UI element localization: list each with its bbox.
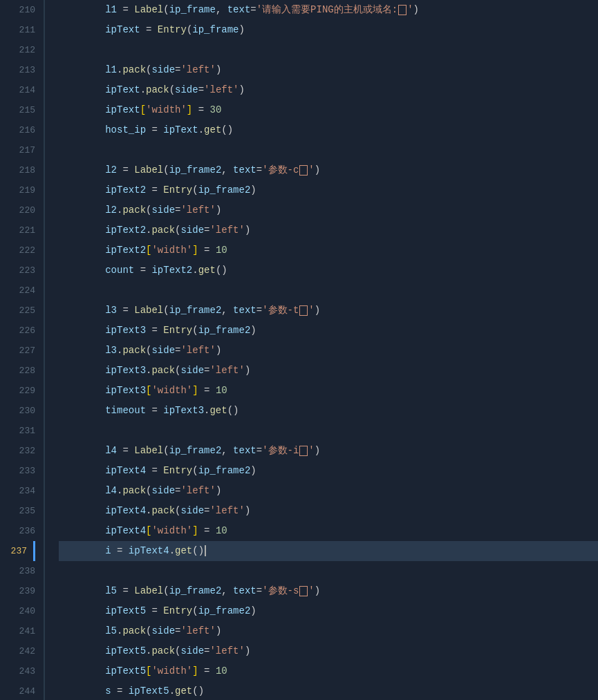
watermark: CSDN @码上有前 — [519, 694, 588, 700]
ln-210: 210 — [0, 0, 35, 20]
ln-230: 230 — [0, 401, 35, 421]
ln-228: 228 — [0, 361, 35, 381]
ln-225: 225 — [0, 301, 35, 321]
ln-238: 238 — [0, 561, 35, 581]
code-line-239: l5 = Label(ip_frame2, text='参数-s') — [59, 581, 598, 601]
ln-226: 226 — [0, 321, 35, 341]
ln-215: 215 — [0, 100, 35, 120]
ln-214: 214 — [0, 80, 35, 100]
code-line-217 — [59, 140, 598, 160]
code-line-213: l1.pack(side='left') — [59, 60, 598, 80]
ln-223: 223 — [0, 261, 35, 281]
code-line-237: i = ipText4.get() — [59, 541, 598, 561]
code-line-235: ipText4.pack(side='left') — [59, 501, 598, 521]
ln-212: 212 — [0, 40, 35, 60]
code-line-241: l5.pack(side='left') — [59, 621, 598, 641]
ln-227: 227 — [0, 341, 35, 361]
ln-211: 211 — [0, 20, 35, 40]
ln-240: 240 — [0, 601, 35, 621]
ln-235: 235 — [0, 501, 35, 521]
ln-217: 217 — [0, 140, 35, 160]
code-line-220: l2.pack(side='left') — [59, 200, 598, 220]
code-line-243: ipText5['width'] = 10 — [59, 661, 598, 681]
ln-229: 229 — [0, 381, 35, 401]
ln-237: 237 — [0, 541, 35, 561]
code-line-230: timeout = ipText3.get() — [59, 401, 598, 421]
code-line-236: ipText4['width'] = 10 — [59, 521, 598, 541]
code-line-216: host_ip = ipText.get() — [59, 120, 598, 140]
code-line-225: l3 = Label(ip_frame2, text='参数-t') — [59, 301, 598, 321]
ln-231: 231 — [0, 421, 35, 441]
code-line-219: ipText2 = Entry(ip_frame2) — [59, 180, 598, 200]
ln-219: 219 — [0, 180, 35, 200]
code-line-238 — [59, 561, 598, 581]
ln-221: 221 — [0, 220, 35, 240]
code-line-223: count = ipText2.get() — [59, 261, 598, 281]
code-line-229: ipText3['width'] = 10 — [59, 381, 598, 401]
ln-233: 233 — [0, 461, 35, 481]
ln-239: 239 — [0, 581, 35, 601]
code-line-210: l1 = Label(ip_frame, text='请输入需要PING的主机或… — [59, 0, 598, 20]
ln-218: 218 — [0, 160, 35, 180]
code-line-234: l4.pack(side='left') — [59, 481, 598, 501]
code-line-233: ipText4 = Entry(ip_frame2) — [59, 461, 598, 481]
code-line-227: l3.pack(side='left') — [59, 341, 598, 361]
code-line-218: l2 = Label(ip_frame2, text='参数-c') — [59, 160, 598, 180]
code-line-222: ipText2['width'] = 10 — [59, 240, 598, 261]
code-line-221: ipText2.pack(side='left') — [59, 220, 598, 240]
code-line-211: ipText = Entry(ip_frame) — [59, 20, 598, 40]
code-line-215: ipText['width'] = 30 — [59, 100, 598, 120]
ln-232: 232 — [0, 441, 35, 461]
ln-213: 213 — [0, 60, 35, 80]
code-line-228: ipText3.pack(side='left') — [59, 361, 598, 381]
code-line-232: l4 = Label(ip_frame2, text='参数-i') — [59, 441, 598, 461]
ln-222: 222 — [0, 240, 35, 261]
code-line-242: ipText5.pack(side='left') — [59, 641, 598, 661]
ln-244: 244 — [0, 681, 35, 700]
code-line-214: ipText.pack(side='left') — [59, 80, 598, 100]
code-line-244: s = ipText5.get() — [59, 681, 598, 700]
ln-242: 242 — [0, 641, 35, 661]
ln-216: 216 — [0, 120, 35, 140]
code-line-226: ipText3 = Entry(ip_frame2) — [59, 321, 598, 341]
ln-243: 243 — [0, 661, 35, 681]
line-numbers: 210 211 212 213 214 215 216 217 218 219 … — [0, 0, 45, 700]
ln-236: 236 — [0, 521, 35, 541]
code-line-212 — [59, 40, 598, 60]
ln-224: 224 — [0, 281, 35, 301]
ln-220: 220 — [0, 200, 35, 220]
ln-234: 234 — [0, 481, 35, 501]
code-content[interactable]: l1 = Label(ip_frame, text='请输入需要PING的主机或… — [45, 0, 598, 700]
code-line-240: ipText5 = Entry(ip_frame2) — [59, 601, 598, 621]
code-line-224 — [59, 281, 598, 301]
ln-241: 241 — [0, 621, 35, 641]
code-line-231 — [59, 421, 598, 441]
code-editor: 210 211 212 213 214 215 216 217 218 219 … — [0, 0, 598, 700]
